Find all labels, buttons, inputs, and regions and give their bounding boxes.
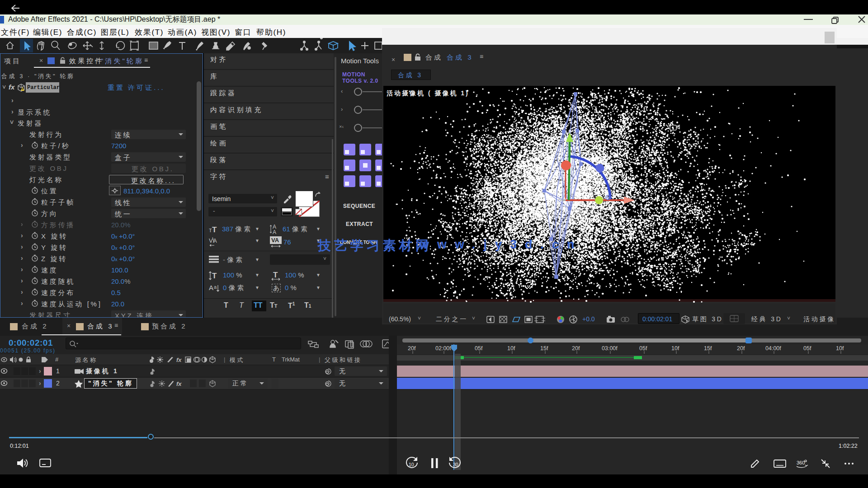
svg-text:VA: VA	[271, 237, 279, 244]
svg-text:a: a	[214, 284, 217, 290]
svg-text:30: 30	[453, 462, 458, 467]
svg-text:A: A	[273, 229, 276, 235]
svg-text:360: 360	[797, 460, 805, 465]
svg-text:fx: fx	[176, 380, 182, 387]
svg-text:T: T	[273, 271, 278, 279]
svg-text:T: T	[212, 225, 217, 234]
svg-text:T: T	[212, 272, 217, 280]
svg-text:fx: fx	[176, 357, 182, 363]
svg-text:A: A	[209, 284, 213, 291]
svg-text:活动摄像机 ( 摄像机 1): 活动摄像机 ( 摄像机 1)	[387, 89, 469, 97]
svg-text:T: T	[209, 228, 212, 233]
svg-text:V: V	[209, 237, 213, 244]
svg-text:10: 10	[409, 462, 414, 467]
